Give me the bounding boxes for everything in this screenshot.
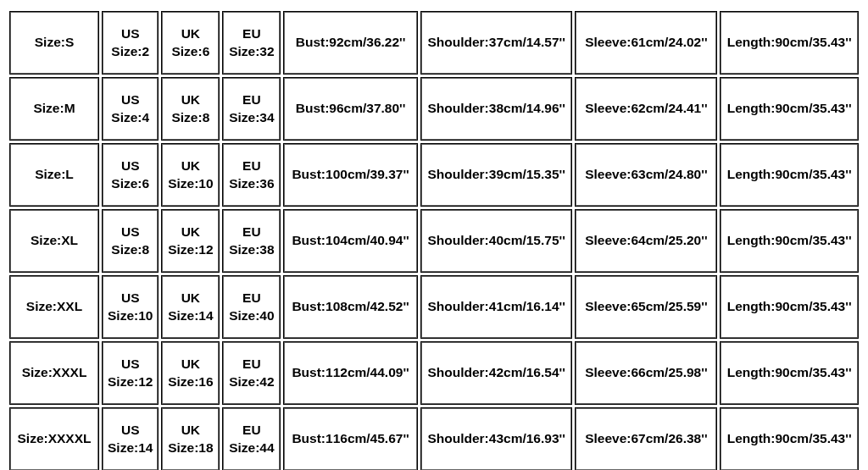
size-cell: Size:XL <box>10 210 98 272</box>
us-size-cell: US Size:12 <box>103 342 158 404</box>
uk-size-cell: UK Size:18 <box>162 408 219 470</box>
size-cell: Size:L <box>10 144 98 206</box>
uk-size-cell: UK Size:6 <box>162 12 219 74</box>
bust-cell: Bust:116cm/45.67'' <box>284 408 417 470</box>
uk-size-cell: UK Size:12 <box>162 210 219 272</box>
eu-size-cell: EU Size:38 <box>223 210 280 272</box>
shoulder-cell: Shoulder:40cm/15.75'' <box>421 210 572 272</box>
uk-size-cell: UK Size:8 <box>162 78 219 140</box>
table-row: Size:XLUS Size:8UK Size:12EU Size:38Bust… <box>9 209 859 273</box>
size-cell: Size:XXL <box>10 276 98 338</box>
uk-size-cell: UK Size:10 <box>162 144 219 206</box>
bust-cell: Bust:100cm/39.37'' <box>284 144 417 206</box>
length-cell: Length:90cm/35.43'' <box>721 342 858 404</box>
size-cell: Size:M <box>10 78 98 140</box>
table-row: Size:MUS Size:4UK Size:8EU Size:34Bust:9… <box>9 77 859 141</box>
sleeve-cell: Sleeve:63cm/24.80'' <box>576 144 716 206</box>
table-row: Size:XXLUS Size:10UK Size:14EU Size:40Bu… <box>9 275 859 339</box>
table-row: Size:LUS Size:6UK Size:10EU Size:36Bust:… <box>9 143 859 207</box>
size-cell: Size:XXXXL <box>10 408 98 470</box>
eu-size-cell: EU Size:40 <box>223 276 280 338</box>
uk-size-cell: UK Size:16 <box>162 342 219 404</box>
us-size-cell: US Size:2 <box>103 12 158 74</box>
length-cell: Length:90cm/35.43'' <box>721 408 858 470</box>
length-cell: Length:90cm/35.43'' <box>721 144 858 206</box>
uk-size-cell: UK Size:14 <box>162 276 219 338</box>
bust-cell: Bust:104cm/40.94'' <box>284 210 417 272</box>
length-cell: Length:90cm/35.43'' <box>721 78 858 140</box>
shoulder-cell: Shoulder:42cm/16.54'' <box>421 342 572 404</box>
table-row: Size:XXXLUS Size:12UK Size:16EU Size:42B… <box>9 341 859 405</box>
sleeve-cell: Sleeve:65cm/25.59'' <box>576 276 716 338</box>
shoulder-cell: Shoulder:43cm/16.93'' <box>421 408 572 470</box>
shoulder-cell: Shoulder:37cm/14.57'' <box>421 12 572 74</box>
eu-size-cell: EU Size:42 <box>223 342 280 404</box>
us-size-cell: US Size:14 <box>103 408 158 470</box>
eu-size-cell: EU Size:44 <box>223 408 280 470</box>
us-size-cell: US Size:8 <box>103 210 158 272</box>
sleeve-cell: Sleeve:66cm/25.98'' <box>576 342 716 404</box>
length-cell: Length:90cm/35.43'' <box>721 210 858 272</box>
sleeve-cell: Sleeve:64cm/25.20'' <box>576 210 716 272</box>
sleeve-cell: Sleeve:67cm/26.38'' <box>576 408 716 470</box>
us-size-cell: US Size:6 <box>103 144 158 206</box>
size-cell: Size:XXXL <box>10 342 98 404</box>
length-cell: Length:90cm/35.43'' <box>721 12 858 74</box>
bust-cell: Bust:108cm/42.52'' <box>284 276 417 338</box>
length-cell: Length:90cm/35.43'' <box>721 276 858 338</box>
shoulder-cell: Shoulder:38cm/14.96'' <box>421 78 572 140</box>
bust-cell: Bust:112cm/44.09'' <box>284 342 417 404</box>
table-row: Size:XXXXLUS Size:14UK Size:18EU Size:44… <box>9 407 859 470</box>
size-chart-table: Size:SUS Size:2UK Size:6EU Size:32Bust:9… <box>7 8 861 470</box>
us-size-cell: US Size:4 <box>103 78 158 140</box>
bust-cell: Bust:92cm/36.22'' <box>284 12 417 74</box>
sleeve-cell: Sleeve:61cm/24.02'' <box>576 12 716 74</box>
bust-cell: Bust:96cm/37.80'' <box>284 78 417 140</box>
shoulder-cell: Shoulder:39cm/15.35'' <box>421 144 572 206</box>
eu-size-cell: EU Size:36 <box>223 144 280 206</box>
eu-size-cell: EU Size:32 <box>223 12 280 74</box>
size-cell: Size:S <box>10 12 98 74</box>
table-row: Size:SUS Size:2UK Size:6EU Size:32Bust:9… <box>9 11 859 75</box>
eu-size-cell: EU Size:34 <box>223 78 280 140</box>
shoulder-cell: Shoulder:41cm/16.14'' <box>421 276 572 338</box>
us-size-cell: US Size:10 <box>103 276 158 338</box>
sleeve-cell: Sleeve:62cm/24.41'' <box>576 78 716 140</box>
